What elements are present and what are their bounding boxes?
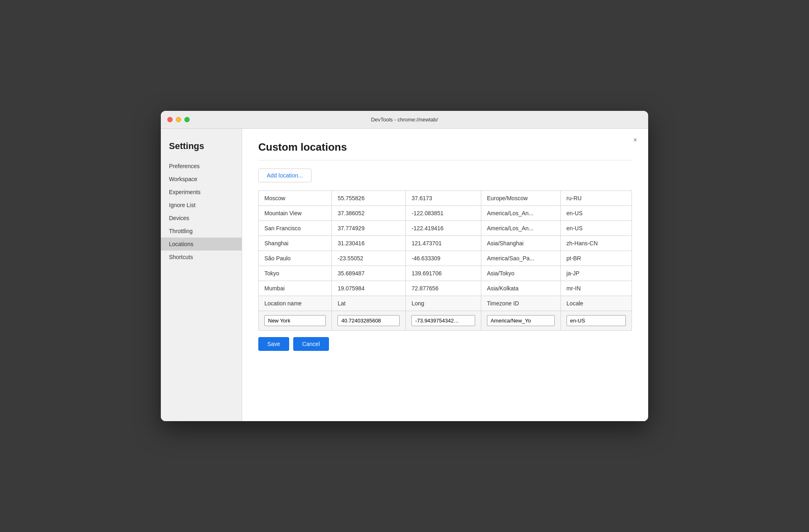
sidebar-item-ignore-list[interactable]: Ignore List [161,199,242,212]
location-name-cell: San Francisco [259,221,332,236]
col-header-long: Long [406,296,481,311]
sidebar: Settings Preferences Workspace Experimen… [161,129,242,421]
col-header-timezone: Timezone ID [481,296,560,311]
table-row: Mumbai 19.075984 72.877656 Asia/Kolkata … [259,281,632,296]
locale-cell: mr-IN [560,281,632,296]
long-cell: -122.419416 [406,221,481,236]
locale-cell: pt-BR [560,251,632,266]
location-lat-input[interactable] [337,315,400,326]
sidebar-item-locations[interactable]: Locations [161,238,242,251]
long-cell: -122.083851 [406,206,481,221]
add-location-button[interactable]: Add location... [258,169,311,182]
traffic-lights [167,117,190,122]
location-name-cell: Moscow [259,191,332,206]
lat-cell: -23.55052 [332,251,406,266]
locale-cell: ru-RU [560,191,632,206]
lat-cell: 37.774929 [332,221,406,236]
new-location-row [259,311,632,331]
locale-cell: en-US [560,206,632,221]
table-row: Mountain View 37.386052 -122.083851 Amer… [259,206,632,221]
location-name-input[interactable] [264,315,326,326]
long-cell: -46.633309 [406,251,481,266]
section-divider [258,160,632,160]
table-row: San Francisco 37.774929 -122.419416 Amer… [259,221,632,236]
lat-cell: 37.386052 [332,206,406,221]
timezone-cell: Asia/Kolkata [481,281,560,296]
titlebar: DevTools - chrome://newtab/ [161,111,648,129]
new-location-timezone-cell [481,311,560,331]
timezone-cell: America/Sao_Pa... [481,251,560,266]
sidebar-item-experiments[interactable]: Experiments [161,186,242,199]
table-row: Moscow 55.755826 37.6173 Europe/Moscow r… [259,191,632,206]
col-header-locale: Locale [560,296,632,311]
sidebar-item-workspace[interactable]: Workspace [161,173,242,186]
locations-table: Moscow 55.755826 37.6173 Europe/Moscow r… [258,190,632,331]
location-long-input[interactable] [411,315,475,326]
timezone-cell: Asia/Tokyo [481,266,560,281]
locale-cell: en-US [560,221,632,236]
window-title: DevTools - chrome://newtab/ [371,117,438,123]
location-timezone-input[interactable] [487,315,555,326]
location-locale-input[interactable] [567,315,626,326]
cancel-button[interactable]: Cancel [293,337,329,351]
location-name-cell: São Paulo [259,251,332,266]
long-cell: 37.6173 [406,191,481,206]
window-body: Settings Preferences Workspace Experimen… [161,129,648,421]
new-location-long-cell [406,311,481,331]
action-buttons: Save Cancel [258,337,632,351]
timezone-cell: Asia/Shanghai [481,236,560,251]
long-cell: 121.473701 [406,236,481,251]
minimize-window-button[interactable] [176,117,181,122]
new-location-name-cell [259,311,332,331]
close-button[interactable]: × [630,135,640,145]
location-name-cell: Shanghai [259,236,332,251]
table-row: Shanghai 31.230416 121.473701 Asia/Shang… [259,236,632,251]
table-row: São Paulo -23.55052 -46.633309 America/S… [259,251,632,266]
long-cell: 139.691706 [406,266,481,281]
page-title: Custom locations [258,141,632,154]
col-header-name: Location name [259,296,332,311]
timezone-cell: America/Los_An... [481,206,560,221]
new-location-lat-cell [332,311,406,331]
close-window-button[interactable] [167,117,173,122]
save-button[interactable]: Save [258,337,289,351]
maximize-window-button[interactable] [184,117,190,122]
locale-cell: zh-Hans-CN [560,236,632,251]
col-header-lat: Lat [332,296,406,311]
timezone-cell: America/Los_An... [481,221,560,236]
sidebar-item-shortcuts[interactable]: Shortcuts [161,251,242,264]
main-content: × Custom locations Add location... Mosco… [242,129,648,421]
timezone-cell: Europe/Moscow [481,191,560,206]
lat-cell: 55.755826 [332,191,406,206]
location-name-cell: Mountain View [259,206,332,221]
new-location-locale-cell [560,311,632,331]
sidebar-heading: Settings [161,137,242,160]
sidebar-item-throttling[interactable]: Throttling [161,225,242,238]
devtools-window: DevTools - chrome://newtab/ Settings Pre… [161,111,648,421]
sidebar-item-devices[interactable]: Devices [161,212,242,225]
column-header-row: Location name Lat Long Timezone ID Local… [259,296,632,311]
long-cell: 72.877656 [406,281,481,296]
locale-cell: ja-JP [560,266,632,281]
location-name-cell: Mumbai [259,281,332,296]
location-name-cell: Tokyo [259,266,332,281]
lat-cell: 31.230416 [332,236,406,251]
sidebar-item-preferences[interactable]: Preferences [161,160,242,173]
lat-cell: 35.689487 [332,266,406,281]
lat-cell: 19.075984 [332,281,406,296]
table-row: Tokyo 35.689487 139.691706 Asia/Tokyo ja… [259,266,632,281]
